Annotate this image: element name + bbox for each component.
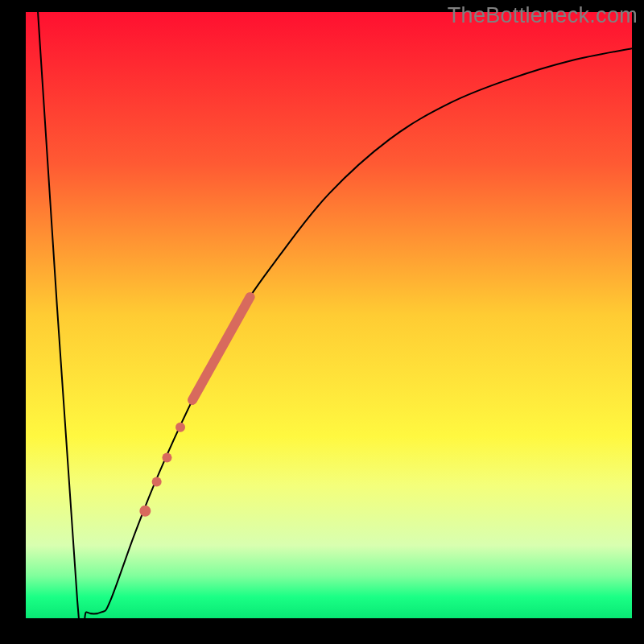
marker-dot — [152, 477, 162, 487]
plot-svg — [26, 12, 632, 618]
marker-dot — [139, 506, 151, 517]
plot-area — [26, 12, 632, 618]
marker-dot — [175, 423, 185, 432]
chart-frame: TheBottleneck.com — [0, 0, 644, 644]
watermark-text: TheBottleneck.com — [448, 3, 638, 28]
gradient-background — [26, 12, 632, 618]
marker-dot — [162, 452, 171, 462]
